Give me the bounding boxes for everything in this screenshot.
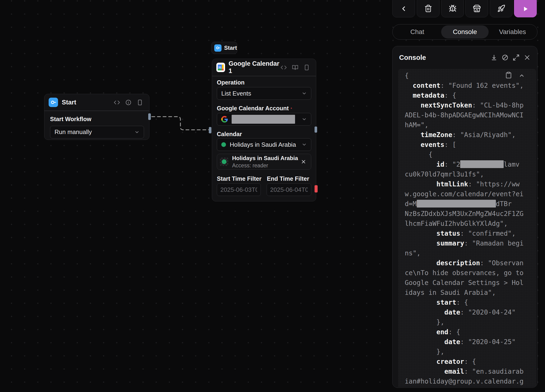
- end-time-input[interactable]: [267, 183, 311, 196]
- calendar-select[interactable]: Holidays in Saudi Arabia: [217, 138, 311, 151]
- clear-icon[interactable]: [502, 54, 508, 61]
- clipboard-icon[interactable]: [505, 72, 512, 79]
- bug-icon: [449, 5, 457, 12]
- code-icon[interactable]: [280, 64, 287, 71]
- play-icon: [522, 5, 529, 12]
- chevron-up-icon[interactable]: [519, 72, 525, 79]
- close-icon[interactable]: [524, 54, 531, 61]
- calendar-color-dot: [221, 142, 226, 147]
- phone-icon[interactable]: [137, 99, 143, 106]
- expand-icon[interactable]: [513, 54, 520, 61]
- panel-tabbar: Chat Console Variables: [392, 24, 538, 40]
- divider: [212, 76, 316, 76]
- start-workflow-label: Start Workflow: [50, 116, 143, 122]
- google-calendar-icon: 31: [216, 63, 225, 72]
- store-icon: [473, 5, 481, 12]
- rocket-icon: [497, 5, 505, 12]
- calendar-color-dot: [222, 159, 226, 164]
- deploy-button[interactable]: [490, 0, 513, 17]
- start-badge-label: Start: [224, 45, 237, 51]
- selected-calendar-access: Access: reader: [232, 163, 298, 169]
- store-button[interactable]: [465, 0, 488, 17]
- calendar-node-error-handle[interactable]: [315, 185, 318, 193]
- back-button[interactable]: [392, 0, 415, 17]
- account-label: Google Calendar Account: [217, 105, 289, 111]
- operation-select[interactable]: List Events: [217, 87, 311, 100]
- book-icon[interactable]: [292, 64, 298, 71]
- debug-button[interactable]: [441, 0, 464, 17]
- chevron-down-icon: [134, 130, 140, 135]
- back-icon: [400, 5, 408, 12]
- google-logo-icon: [221, 116, 228, 122]
- tab-console[interactable]: Console: [441, 25, 489, 38]
- console-panel: Console: [392, 46, 538, 388]
- calendar-node-output-handle[interactable]: [315, 127, 317, 133]
- phone-icon[interactable]: [303, 64, 310, 71]
- chevron-down-icon: [302, 117, 307, 122]
- start-trigger-icon: [49, 98, 58, 107]
- required-marker: *: [291, 107, 292, 111]
- chevron-down-icon: [302, 142, 307, 147]
- tab-variables[interactable]: Variables: [489, 25, 536, 38]
- operation-select-value: List Events: [221, 90, 251, 97]
- calendar-swatch: [220, 157, 228, 166]
- start-badge-node[interactable]: Start: [211, 42, 237, 54]
- calendar-node-title: Google Calendar 1: [229, 60, 280, 75]
- info-icon[interactable]: [125, 99, 131, 106]
- redacted-account-value: [232, 115, 295, 124]
- start-node-output-handle[interactable]: [148, 113, 151, 120]
- trigger-select-value: Run manually: [55, 128, 92, 136]
- download-icon[interactable]: [490, 54, 498, 61]
- start-time-input[interactable]: [217, 183, 261, 196]
- start-node[interactable]: Start Start Workflow Run manually: [44, 94, 149, 140]
- trash-icon: [424, 5, 432, 12]
- run-button[interactable]: [514, 0, 537, 17]
- tab-chat[interactable]: Chat: [393, 25, 441, 38]
- selected-calendar-name: Holidays in Saudi Arabia: [232, 155, 298, 162]
- end-time-label: End Time Filter: [267, 175, 309, 182]
- code-icon[interactable]: [114, 99, 120, 106]
- workflow-canvas[interactable]: Start Start St: [0, 0, 545, 392]
- console-output[interactable]: { content: "Found 162 events", metadata:…: [398, 69, 536, 387]
- operation-label: Operation: [217, 79, 245, 86]
- chevron-down-icon: [302, 91, 307, 96]
- calendar-day-number: 31: [218, 66, 222, 69]
- selected-calendar-chip: Holidays in Saudi Arabia Access: reader: [217, 154, 311, 170]
- calendar-label: Calendar: [217, 131, 242, 137]
- console-title: Console: [399, 54, 426, 61]
- start-node-title: Start: [62, 99, 76, 106]
- start-trigger-icon: [214, 44, 222, 52]
- trigger-select[interactable]: Run manually: [50, 126, 144, 139]
- close-icon[interactable]: [301, 159, 306, 164]
- calendar-node-input-handle[interactable]: [209, 127, 211, 133]
- calendar-select-value: Holidays in Saudi Arabia: [230, 141, 296, 148]
- delete-button[interactable]: [417, 0, 440, 17]
- google-calendar-node[interactable]: 31 Google Calendar 1 Operation List Eve: [212, 59, 316, 201]
- console-json: { content: "Found 162 events", metadata:…: [398, 69, 536, 386]
- account-select[interactable]: [217, 113, 311, 126]
- start-time-label: Start Time Filter: [217, 175, 267, 182]
